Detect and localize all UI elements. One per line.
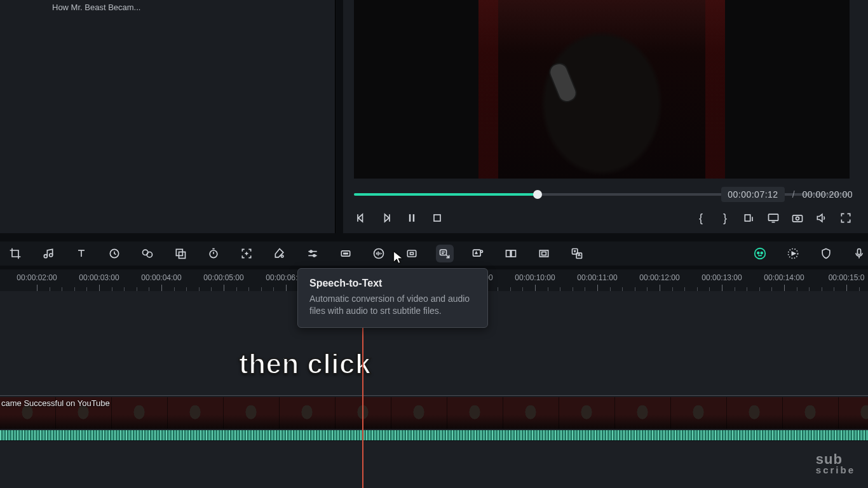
svg-rect-52 bbox=[542, 252, 546, 255]
timer-icon[interactable] bbox=[205, 245, 222, 262]
voice-wave-icon[interactable] bbox=[370, 245, 388, 262]
focus-icon[interactable] bbox=[238, 245, 255, 262]
step-forward-icon[interactable] bbox=[379, 211, 393, 225]
step-back-icon[interactable] bbox=[354, 211, 368, 225]
svg-point-57 bbox=[761, 252, 763, 254]
audio-note-icon[interactable] bbox=[39, 245, 57, 262]
watermark-line2: scribe bbox=[816, 466, 855, 474]
clip-thumb bbox=[112, 397, 168, 429]
stop-icon[interactable] bbox=[430, 211, 444, 225]
project-tab-label: How Mr. Beast Becam... bbox=[52, 3, 140, 12]
translate-icon[interactable] bbox=[568, 245, 586, 262]
project-panel: How Mr. Beast Becam... bbox=[0, 0, 336, 233]
clip-video-track[interactable] bbox=[0, 397, 868, 429]
ruler-label: 00:00:11:00 bbox=[577, 273, 617, 282]
mic-icon[interactable] bbox=[850, 245, 868, 262]
history-icon[interactable] bbox=[105, 245, 123, 262]
svg-point-19 bbox=[147, 252, 152, 257]
svg-point-30 bbox=[310, 250, 312, 252]
svg-point-13 bbox=[44, 255, 47, 258]
svg-point-14 bbox=[50, 254, 53, 257]
svg-rect-60 bbox=[858, 249, 861, 255]
svg-rect-46 bbox=[473, 250, 481, 256]
tooltip-speech-to-text: Speech-to-Text Automatic conversion of v… bbox=[297, 268, 488, 328]
svg-point-35 bbox=[347, 253, 348, 254]
ruler-label: 00:00:13:00 bbox=[702, 273, 742, 282]
clip-thumb bbox=[391, 397, 447, 429]
preview-right-controls: { } bbox=[694, 211, 853, 225]
clip-thumb bbox=[783, 397, 839, 429]
svg-point-22 bbox=[210, 250, 217, 258]
svg-point-17 bbox=[110, 249, 118, 257]
volume-icon[interactable] bbox=[815, 211, 829, 225]
ai-caption-icon[interactable] bbox=[469, 245, 487, 262]
clip-thumb bbox=[503, 397, 559, 429]
mask-icon[interactable] bbox=[403, 245, 421, 262]
pause-icon[interactable] bbox=[405, 211, 419, 225]
split-screen-icon[interactable] bbox=[502, 245, 520, 262]
preview-panel: 00:00:07:12 / 00:00:20:00 { } bbox=[343, 0, 868, 233]
layout-icon[interactable] bbox=[742, 211, 756, 225]
clip-thumb bbox=[336, 397, 391, 429]
caption-overlay: then click bbox=[239, 348, 371, 380]
clip-thumb bbox=[224, 397, 280, 429]
ruler-label: 00:00:05:00 bbox=[203, 273, 243, 282]
svg-rect-8 bbox=[769, 214, 778, 220]
ai-brain-icon[interactable] bbox=[751, 245, 769, 262]
playback-controls bbox=[354, 211, 444, 225]
paint-icon[interactable] bbox=[271, 245, 288, 262]
current-time: 00:00:07:12 bbox=[721, 187, 784, 202]
clip-thumb bbox=[671, 397, 727, 429]
clip-thumb bbox=[559, 397, 615, 429]
svg-point-18 bbox=[143, 250, 148, 255]
svg-point-33 bbox=[344, 253, 345, 254]
snapshot-icon[interactable] bbox=[790, 211, 804, 225]
preview-video[interactable] bbox=[354, 0, 850, 179]
shield-icon[interactable] bbox=[817, 245, 835, 262]
svg-point-27 bbox=[281, 255, 283, 257]
subscribe-watermark: sub scribe bbox=[816, 454, 855, 474]
svg-point-34 bbox=[345, 253, 346, 254]
timeline-toolbar bbox=[0, 241, 868, 266]
svg-rect-50 bbox=[512, 250, 516, 257]
svg-rect-53 bbox=[573, 249, 578, 254]
caption-dots-icon[interactable] bbox=[337, 245, 355, 262]
svg-rect-54 bbox=[576, 253, 581, 258]
clip-thumb bbox=[168, 397, 224, 429]
clip-thumb bbox=[727, 397, 783, 429]
send-back-icon[interactable] bbox=[172, 245, 189, 262]
svg-rect-49 bbox=[506, 250, 511, 257]
aspect-icon[interactable] bbox=[535, 245, 553, 262]
fx-icon[interactable] bbox=[139, 245, 156, 262]
time-readout: 00:00:07:12 / 00:00:20:00 bbox=[721, 187, 853, 202]
svg-rect-41 bbox=[407, 250, 416, 257]
svg-point-56 bbox=[757, 252, 759, 254]
progress-thumb[interactable] bbox=[533, 190, 542, 199]
svg-rect-20 bbox=[176, 249, 182, 255]
tooltip-body: Automatic conversion of video and audio … bbox=[309, 293, 476, 317]
clip-thumb bbox=[280, 397, 336, 429]
mark-out-icon[interactable]: } bbox=[718, 211, 732, 225]
monitor-icon[interactable] bbox=[766, 211, 780, 225]
clip-audio-track[interactable] bbox=[0, 430, 868, 441]
text-icon[interactable] bbox=[72, 245, 90, 262]
adjust-icon[interactable] bbox=[304, 245, 322, 262]
clip-strip[interactable]: came Successful on YouTube bbox=[0, 395, 868, 441]
svg-rect-42 bbox=[410, 252, 414, 254]
speech-to-text-icon[interactable] bbox=[436, 245, 454, 262]
ruler-label: 00:00:03:00 bbox=[79, 273, 119, 282]
mark-in-icon[interactable]: { bbox=[694, 211, 708, 225]
svg-rect-6 bbox=[434, 215, 440, 221]
fullscreen-icon[interactable] bbox=[839, 211, 853, 225]
svg-point-36 bbox=[374, 249, 384, 259]
svg-marker-12 bbox=[817, 214, 822, 222]
total-time: 00:00:20:00 bbox=[803, 189, 853, 200]
crop-icon[interactable] bbox=[6, 245, 24, 262]
clip-thumb bbox=[615, 397, 671, 429]
ruler-label: 00:00:10:00 bbox=[515, 273, 555, 282]
svg-rect-32 bbox=[341, 251, 349, 256]
svg-point-58 bbox=[789, 249, 798, 259]
svg-marker-2 bbox=[385, 214, 390, 222]
clip-thumb bbox=[839, 397, 868, 429]
preview-play-icon[interactable] bbox=[784, 245, 802, 262]
